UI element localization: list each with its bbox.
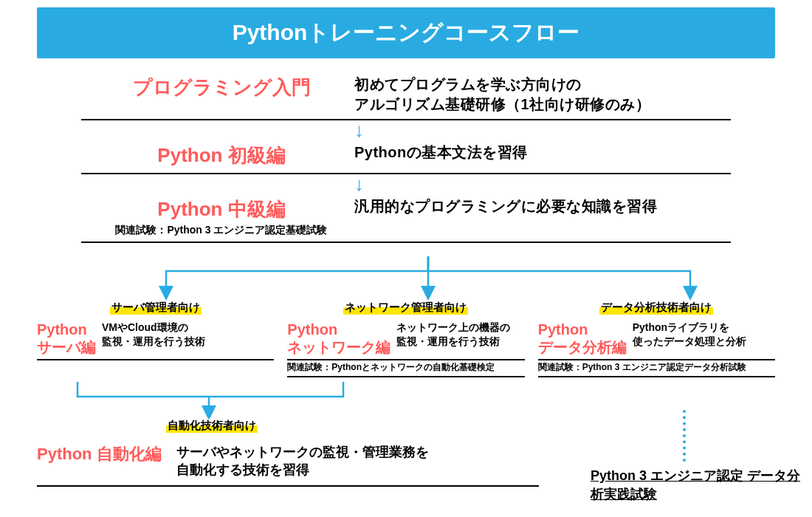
merge-lines-icon <box>37 382 812 419</box>
banner-title: Pythonトレーニングコースフロー <box>37 7 775 58</box>
track-auto-title: Python 自動化編 <box>37 443 162 465</box>
branch-merge <box>37 382 775 419</box>
branch-split <box>22 256 790 301</box>
track-server: サーバ管理者向け Python サーバ編 VMやCloud環境の 監視・運用を行… <box>37 301 274 377</box>
track-server-desc: VMやCloud環境の 監視・運用を行う技術 <box>102 321 205 349</box>
stage-intermediate: Python 中級編 関連試験：Python 3 エンジニア認定基礎試験 汎用的… <box>81 194 731 243</box>
track-columns: サーバ管理者向け Python サーバ編 VMやCloud環境の 監視・運用を行… <box>37 301 775 377</box>
arrow-2: ↓ <box>81 174 731 194</box>
down-arrow-icon: ↓ <box>347 120 731 140</box>
track-network-tag: ネットワーク管理者向け <box>343 301 468 315</box>
page: Pythonトレーニングコースフロー プログラミング入門 初めてプログラムを学ぶ… <box>0 0 812 517</box>
cert-link[interactable]: Python 3 エンジニア認定 データ分析実践試験 <box>591 467 812 504</box>
track-network: ネットワーク管理者向け Python ネットワーク編 ネットワーク上の機器の 監… <box>287 301 524 377</box>
stage-intermediate-exam: 関連試験：Python 3 エンジニア認定基礎試験 <box>89 224 354 237</box>
track-auto-desc: サーバやネットワークの監視・管理業務を 自動化する技術を習得 <box>176 443 429 479</box>
track-data-tag: データ分析技術者向け <box>599 301 713 315</box>
stage-intro-title: プログラミング入門 <box>89 75 354 100</box>
track-network-title: Python ネットワーク編 <box>287 321 390 356</box>
track-data-title: Python データ分析編 <box>538 321 627 356</box>
stage-intermediate-desc: 汎用的なプログラミングに必要な知識を習得 <box>354 196 723 216</box>
track-server-title: Python サーバ編 <box>37 321 96 356</box>
stage-intro-desc: 初めてプログラムを学ぶ方向けの アルゴリズム基礎研修（1社向け研修のみ） <box>354 75 723 114</box>
track-auto: Python 自動化編 サーバやネットワークの監視・管理業務を 自動化する技術を… <box>37 439 539 487</box>
dotted-arrow-icon <box>683 410 686 462</box>
down-arrow-icon: ↓ <box>347 174 731 194</box>
arrow-1: ↓ <box>81 120 731 140</box>
stage-beginner-title: Python 初級編 <box>89 143 354 168</box>
stage-beginner-desc: Pythonの基本文法を習得 <box>354 143 723 162</box>
branch-lines-icon <box>22 256 812 301</box>
track-network-exam: 関連試験：Pythonとネットワークの自動化基礎検定 <box>287 359 524 377</box>
stage-intro: プログラミング入門 初めてプログラムを学ぶ方向けの アルゴリズム基礎研修（1社向… <box>81 72 731 120</box>
track-server-tag: サーバ管理者向け <box>110 301 202 315</box>
track-data-exam: 関連試験：Python 3 エンジニア認定データ分析試験 <box>538 359 775 377</box>
stage-intermediate-title: Python 中級編 <box>89 196 354 222</box>
track-data: データ分析技術者向け Python データ分析編 Pythonライブラリを 使っ… <box>538 301 775 377</box>
track-data-desc: Pythonライブラリを 使ったデータ処理と分析 <box>633 321 746 349</box>
track-auto-tag: 自動化技術者向け <box>166 419 258 433</box>
track-network-desc: ネットワーク上の機器の 監視・運用を行う技術 <box>396 321 510 349</box>
stage-beginner: Python 初級編 Pythonの基本文法を習得 <box>81 140 731 174</box>
